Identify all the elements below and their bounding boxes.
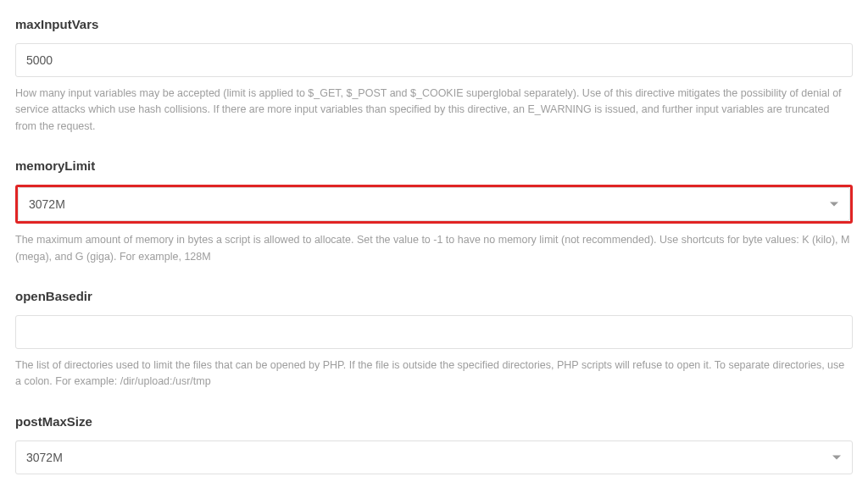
max-input-vars-label: maxInputVars (15, 17, 853, 31)
open-basedir-input[interactable] (15, 315, 853, 349)
post-max-size-select[interactable]: 3072M (15, 440, 853, 474)
open-basedir-description: The list of directories used to limit th… (15, 357, 853, 391)
max-input-vars-input[interactable] (15, 43, 853, 77)
open-basedir-input-wrapper (15, 315, 853, 349)
field-max-input-vars: maxInputVars How many input variables ma… (15, 17, 853, 135)
max-input-vars-description: How many input variables may be accepted… (15, 86, 853, 135)
open-basedir-label: openBasedir (15, 289, 853, 303)
max-input-vars-input-wrapper (15, 43, 853, 77)
post-max-size-label: postMaxSize (15, 414, 853, 429)
memory-limit-description: The maximum amount of memory in bytes a … (15, 232, 853, 265)
field-post-max-size: postMaxSize 3072M The maximum size in by… (15, 414, 853, 482)
field-memory-limit: memoryLimit 3072M The maximum amount of … (15, 158, 853, 265)
memory-limit-label: memoryLimit (15, 158, 853, 173)
post-max-size-select-wrapper: 3072M (15, 440, 853, 474)
memory-limit-select-wrapper: 3072M (15, 185, 853, 224)
memory-limit-select[interactable]: 3072M (18, 187, 850, 221)
field-open-basedir: openBasedir The list of directories used… (15, 289, 853, 391)
